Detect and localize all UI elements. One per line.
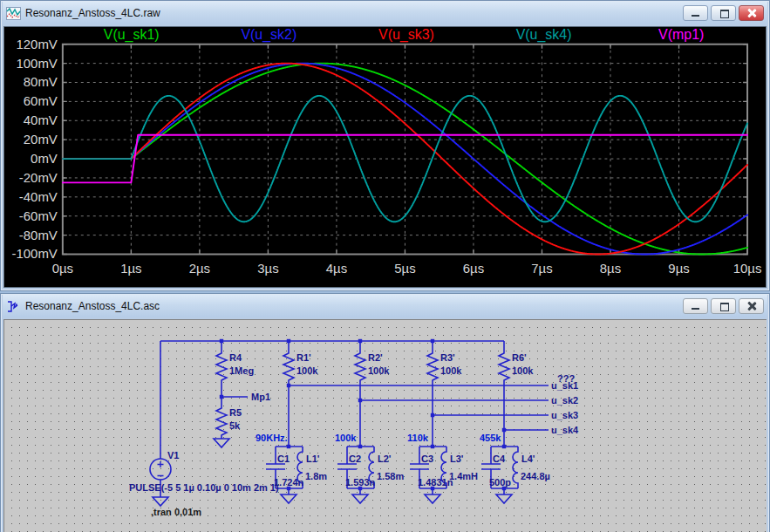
y-axis-label: -20mV: [19, 171, 58, 185]
spice-directive-tran[interactable]: ,tran 0,01m: [151, 507, 201, 517]
x-axis-label: 7µs: [531, 262, 552, 276]
comment-freq-1[interactable]: 90KHz.: [256, 433, 288, 443]
value-R4[interactable]: 1Meg: [229, 365, 254, 376]
label-R2p[interactable]: R2': [368, 352, 383, 363]
resistor-R1p[interactable]: [283, 349, 294, 382]
ground-symbol: [496, 494, 512, 503]
legend-V(u_sk2)[interactable]: V(u_sk2): [241, 27, 296, 43]
restore-icon: [720, 303, 729, 311]
label-C2[interactable]: C2: [349, 454, 361, 464]
label-R4[interactable]: R4: [229, 352, 242, 363]
ground-symbol: [153, 497, 168, 506]
legend-V(u_sk1)[interactable]: V(u_sk1): [104, 27, 160, 43]
label-R5[interactable]: R5: [229, 407, 242, 418]
legend-V(u_sk4)[interactable]: V(u_sk4): [516, 27, 572, 43]
value-L3p[interactable]: 1.4mH: [449, 471, 478, 481]
schematic-window-title: Resonanz_Anstoss_4LC.asc: [25, 300, 678, 312]
comment-freq-2[interactable]: 100k: [335, 433, 357, 443]
label-R3p[interactable]: R3': [440, 352, 455, 363]
x-axis-label: 0µs: [52, 262, 73, 276]
waveform-plot-area[interactable]: 120mV100mV80mV60mV40mV20mV0mV-20mV-40mV-…: [3, 26, 767, 288]
label-L1p[interactable]: L1': [306, 454, 320, 464]
close-button[interactable]: [739, 298, 764, 314]
value-R1p[interactable]: 100k: [296, 365, 318, 376]
schematic-drawing: R4 1Meg R1' 100k R2' 100k R3' 100k R6' 1…: [4, 320, 767, 528]
minimize-icon: [692, 308, 699, 310]
label-L4p[interactable]: L4': [521, 454, 535, 464]
inductor-L4p[interactable]: [513, 447, 518, 488]
value-L4p[interactable]: 244.8µ: [521, 471, 550, 481]
y-axis-label: 40mV: [24, 113, 58, 127]
net-label-unknown[interactable]: ???: [557, 373, 575, 384]
resistor-R5[interactable]: [216, 404, 227, 437]
ground-symbol: [425, 494, 440, 503]
x-axis-label: 10µs: [733, 262, 762, 276]
minimize-button[interactable]: [683, 298, 708, 314]
legend-V(u_sk3)[interactable]: V(u_sk3): [378, 27, 434, 43]
ground-symbol: [214, 439, 229, 447]
comment-freq-4[interactable]: 455k: [480, 433, 501, 443]
label-C3[interactable]: C3: [421, 454, 433, 464]
x-axis-label: 6µs: [463, 262, 484, 276]
y-axis-label: -40mV: [19, 190, 58, 204]
value-C3[interactable]: 1.4831n: [418, 477, 453, 488]
value-L1p[interactable]: 1.8m: [305, 471, 327, 481]
label-C1[interactable]: C1: [277, 454, 290, 464]
y-axis-label: 120mV: [16, 38, 57, 51]
net-label-u_sk2[interactable]: u_sk2: [551, 395, 578, 406]
label-R1p[interactable]: R1': [296, 352, 311, 363]
comment-freq-3[interactable]: 110k: [407, 433, 429, 443]
net-label-mp1[interactable]: Mp1: [251, 392, 270, 402]
x-axis-label: 9µs: [668, 262, 689, 276]
schematic-titlebar[interactable]: Resonanz_Anstoss_4LC.asc: [3, 295, 767, 317]
label-L2p[interactable]: L2': [378, 454, 392, 464]
close-icon: [747, 9, 756, 17]
close-button[interactable]: [739, 5, 764, 21]
y-axis-label: -60mV: [19, 209, 58, 223]
schematic-window: Resonanz_Anstoss_4LC.asc: [0, 293, 770, 532]
y-axis-label: 80mV: [24, 76, 58, 90]
y-axis-label: 20mV: [24, 133, 58, 147]
minimize-button[interactable]: [683, 5, 708, 21]
restore-icon: [720, 10, 729, 18]
value-R6p[interactable]: 100k: [512, 365, 534, 376]
value-L2p[interactable]: 1.58m: [377, 471, 404, 481]
net-label-u_sk4[interactable]: u_sk4: [551, 425, 579, 435]
schematic-file-icon: [6, 300, 21, 313]
label-C4[interactable]: C4: [493, 454, 506, 464]
minimize-icon: [692, 15, 699, 17]
y-axis-label: 0mV: [31, 152, 58, 166]
x-axis-label: 3µs: [257, 262, 278, 276]
x-axis-label: 2µs: [189, 262, 210, 276]
grid-lines: [63, 44, 747, 255]
label-L3p[interactable]: L3': [450, 454, 464, 464]
ground-symbol: [281, 494, 296, 503]
waveform-titlebar[interactable]: Resonanz_Anstoss_4LC.raw: [3, 2, 767, 24]
label-R6p[interactable]: R6': [512, 352, 527, 363]
restore-button[interactable]: [711, 298, 736, 314]
ground-symbol: [352, 494, 368, 503]
legend-V(mp1)[interactable]: V(mp1): [658, 27, 704, 42]
raw-file-icon: [6, 7, 21, 20]
net-label-u_sk3[interactable]: u_sk3: [551, 410, 578, 420]
voltage-source-V1[interactable]: [150, 459, 171, 480]
y-axis-label: 100mV: [16, 57, 57, 71]
resistor-R6p[interactable]: [499, 349, 509, 382]
resistor-R3p[interactable]: [427, 349, 438, 382]
close-icon: [747, 302, 756, 310]
schematic-canvas[interactable]: R4 1Meg R1' 100k R2' 100k R3' 100k R6' 1…: [3, 319, 767, 532]
resistor-R4[interactable]: [216, 349, 227, 382]
y-axis-label: -80mV: [19, 228, 58, 242]
x-axis-label: 4µs: [326, 262, 347, 276]
x-axis-label: 1µs: [120, 262, 141, 276]
resistor-R2p[interactable]: [355, 349, 365, 382]
label-V1[interactable]: V1: [167, 450, 179, 460]
value-C4[interactable]: 500p: [489, 477, 511, 488]
value-C2[interactable]: 1.593n: [345, 477, 376, 488]
x-axis-label: 5µs: [394, 262, 415, 276]
value-R5[interactable]: 5k: [229, 420, 241, 431]
value-R2p[interactable]: 100k: [368, 365, 390, 376]
restore-button[interactable]: [711, 5, 736, 21]
value-V1-pulse[interactable]: PULSE(-5 5 1µ 0.10µ 0 10m 2m 1): [129, 482, 279, 493]
value-R3p[interactable]: 100k: [440, 365, 462, 376]
